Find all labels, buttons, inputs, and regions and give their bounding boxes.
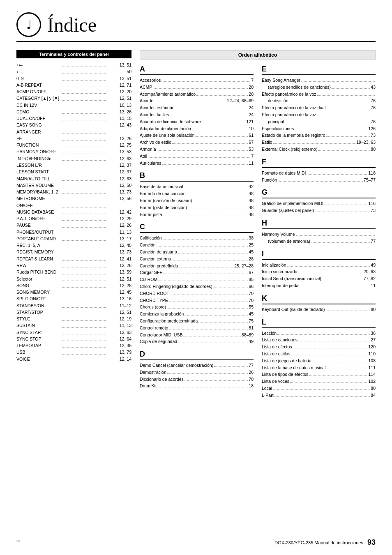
alpha-entry-name: Borrado de una canción	[140, 190, 186, 197]
alpha-section: Orden alfabético A Accesorios 7 ACMP 20 …	[140, 50, 376, 399]
entry-page: 12, 63	[107, 155, 131, 162]
alpha-entry: Archivo de estilo 67	[140, 139, 254, 146]
entry-page: 12, 26	[107, 135, 131, 142]
alpha-entry-page: 43	[371, 84, 376, 91]
alpha-entry: principal 76	[262, 118, 376, 125]
alpha-entry-name: Lista de efectos	[262, 343, 292, 350]
entry-name: REPEAT & LEARN	[16, 256, 60, 262]
entry-name: DC IN 12V	[16, 102, 60, 108]
alpha-entry: Easy Song Arranger	[262, 77, 376, 84]
panel-index-list: +/– 13, 51 ♪ 50 0–9 13, 51 A-B REPEAT 12…	[16, 62, 131, 362]
alpha-entry-page: 18	[249, 382, 254, 389]
alpha-entry-page: 36	[371, 330, 376, 337]
alpha-entry-name: Guardar (ajustes del panel)	[262, 207, 314, 214]
entry-name: MUSIC DATABASE	[16, 209, 60, 215]
alpha-entry-page: 22–24, 68–69	[227, 97, 254, 104]
panel-entry: DC IN 12V 10, 13	[16, 102, 131, 108]
entry-name: FUNCTION	[16, 142, 60, 148]
entry-name: 0–9	[16, 75, 60, 82]
alpha-entry-name: Acompañamiento automático	[140, 91, 196, 98]
alpha-entry-name: Auriculares	[140, 160, 161, 167]
alpha-entry-name: Efecto panorámico de la voz	[262, 111, 316, 118]
section-letter: K	[262, 294, 376, 304]
alpha-entry: Lista de efectos 120	[262, 343, 376, 350]
entry-name: SONG MEMORY	[16, 289, 60, 295]
alpha-entry: Lección 36	[262, 330, 376, 337]
alpha-entry-page: 26	[249, 369, 254, 376]
entry-page: 12, 26	[107, 262, 131, 269]
alpha-col-left: A Accesorios 7 ACMP 20 Acompañamiento au…	[140, 65, 254, 399]
alpha-entry-name: CHORD TYPE	[140, 297, 168, 304]
alpha-entry: L-Part 84	[262, 392, 376, 399]
alpha-header: Orden alfabético	[140, 50, 376, 60]
entry-name: +/–	[16, 62, 60, 68]
section-letter: A	[140, 65, 254, 75]
alpha-entry: Atril 7	[140, 153, 254, 160]
alpha-entry-name: Controlador MIDI USB	[140, 332, 182, 339]
alpha-entry-name: Formato de datos MIDI	[262, 170, 306, 177]
alpha-entry: Lista de juegos de batería 108	[262, 357, 376, 364]
alpha-entry-name: Acorde	[140, 97, 153, 104]
entry-page: 12, 75	[107, 142, 131, 148]
entry-page: 13, 73	[107, 189, 131, 195]
alpha-entry-name: Armonía	[140, 146, 156, 153]
alpha-entry: Configuración predeterminada 75	[140, 318, 254, 325]
alpha-entry-page: 77, 82	[364, 275, 376, 282]
entry-page: 12, 51	[107, 276, 131, 282]
panel-entry: P.A.T. ON/OFF 12, 29	[16, 215, 131, 222]
entry-page: 12, 41	[107, 256, 131, 262]
alpha-entry: CD-ROM 85	[140, 276, 254, 283]
alpha-entry: de división 76	[262, 97, 376, 104]
entry-name: Rueda PITCH BEND	[16, 269, 60, 275]
alpha-entry-page: 75–77	[364, 177, 376, 184]
panel-entry: START/STOP 12, 51	[16, 309, 131, 315]
page-footer: DGX-230/YPG-235 Manual de instrucciones …	[274, 538, 376, 547]
alpha-entry: Accesorios 7	[140, 77, 254, 84]
entry-name: DUAL ON/OFF	[16, 115, 60, 122]
alpha-entry-name: Local	[262, 385, 272, 392]
entry-name: PORTABLE GRAND	[16, 235, 60, 242]
alpha-entry-page: 10	[249, 125, 254, 132]
alpha-entry-name: Base de datos musical	[140, 183, 183, 190]
alpha-entry-page: 11	[249, 160, 254, 167]
entry-name: MAIN/AUTO FILL	[16, 175, 60, 182]
panel-entry: SONG MEMORY 12, 45	[16, 289, 131, 295]
alpha-entry: Canción predefinida 25, 27–28	[140, 263, 254, 269]
alpha-entry-page: 75	[249, 318, 254, 325]
entry-name: A-B REPEAT	[16, 82, 60, 88]
alpha-entry: Calificación 38	[140, 235, 254, 242]
alpha-entry: Initial Send (transmisión inicial) 77, 8…	[262, 275, 376, 282]
panel-entry: METRONOME ON/OFF 12, 56	[16, 195, 131, 209]
section-letter: G	[262, 188, 376, 198]
alpha-entry-name: Ajuste de una sola pulsación	[140, 132, 195, 139]
panel-entry: DEMO 13, 26	[16, 108, 131, 115]
entry-page: 11–12	[107, 302, 131, 309]
entry-page: 12, 29	[107, 215, 131, 222]
entry-name: START/STOP	[16, 309, 60, 315]
alpha-entry-page: 42	[249, 183, 254, 190]
alpha-columns: A Accesorios 7 ACMP 20 Acompañamiento au…	[140, 65, 376, 399]
entry-page: 12, 37	[107, 168, 131, 175]
alpha-entry: Efecto panorámico de la voz	[262, 91, 376, 98]
panel-entry: USB 13, 79	[16, 349, 131, 355]
alpha-entry-name: External Clock (reloj externo)	[262, 146, 317, 153]
alpha-entry-page: 53	[249, 146, 254, 153]
alpha-entry-name: Acordes fáciles	[140, 111, 169, 118]
entry-name: REW	[16, 262, 60, 269]
entry-page: 13, 53	[107, 148, 131, 155]
entry-name: VOICE	[16, 356, 60, 362]
alpha-entry-page: 45	[249, 311, 254, 318]
entry-page: 12, 50	[107, 182, 131, 189]
alpha-entry-page: 67	[249, 269, 254, 276]
alpha-entry-name: Archivo de estilo	[140, 139, 171, 146]
section-letter: D	[140, 350, 254, 360]
alpha-entry: Harmony Volume	[262, 231, 376, 238]
alpha-entry: Auriculares 11	[140, 160, 254, 167]
alpha-entry-page: 111	[368, 364, 376, 371]
alpha-entry: Adaptador de alimentación 10	[140, 125, 254, 132]
alpha-entry: Función 75–77	[262, 177, 376, 184]
alpha-entry-page: 25	[249, 242, 254, 249]
section-letter: B	[140, 171, 254, 182]
alpha-entry: Inicio sincronizado 20, 63	[262, 268, 376, 275]
alpha-entry-name: CHORD ROOT	[140, 290, 169, 297]
